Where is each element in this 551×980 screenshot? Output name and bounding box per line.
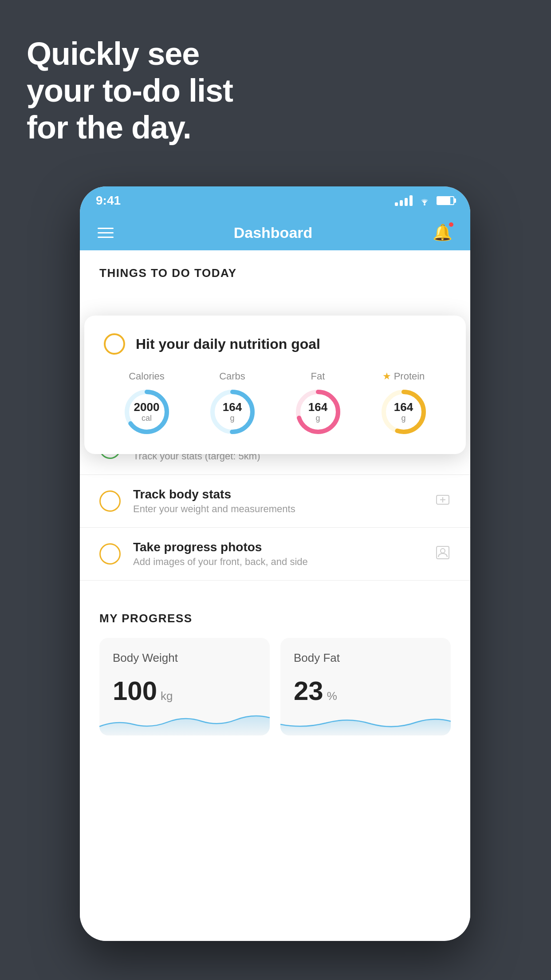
- body-weight-card: Body Weight 100 kg: [99, 638, 270, 735]
- notification-dot: [448, 221, 454, 228]
- calories-unit: cal: [134, 414, 160, 423]
- photos-text: Take progress photos Add images of your …: [133, 540, 422, 568]
- svg-point-13: [441, 549, 445, 553]
- body-stats-text: Track body stats Enter your weight and m…: [133, 487, 422, 515]
- todo-body-stats[interactable]: Track body stats Enter your weight and m…: [80, 475, 470, 528]
- body-weight-unit: kg: [161, 689, 173, 703]
- photos-subtitle: Add images of your front, back, and side: [133, 556, 422, 568]
- carbs-unit: g: [223, 414, 242, 423]
- calories-label: Calories: [129, 371, 165, 382]
- photos-title: Take progress photos: [133, 540, 422, 554]
- nutrition-card: Hit your daily nutrition goal Calories: [84, 316, 466, 454]
- phone-frame: 9:41 Dashboard: [80, 186, 470, 941]
- macro-row: Calories 2000 cal: [104, 371, 446, 436]
- menu-button[interactable]: [98, 228, 114, 238]
- nav-title: Dashboard: [234, 224, 313, 241]
- macro-protein: ★ Protein 164 g: [379, 371, 428, 436]
- body-weight-title: Body Weight: [113, 651, 256, 665]
- wifi-icon: [418, 196, 431, 205]
- svg-point-0: [424, 204, 425, 205]
- body-weight-value: 100: [113, 676, 157, 706]
- progress-section: MY PROGRESS Body Weight 100 kg: [80, 594, 470, 735]
- time-display: 9:41: [96, 194, 121, 208]
- body-fat-card: Body Fat 23 %: [280, 638, 451, 735]
- progress-cards: Body Weight 100 kg: [99, 638, 451, 735]
- calories-value: 2000: [134, 401, 160, 414]
- body-stats-radio[interactable]: [99, 490, 121, 512]
- macro-fat: Fat 164 g: [294, 371, 342, 436]
- nutrition-radio[interactable]: [104, 333, 125, 355]
- status-icons: [395, 195, 454, 206]
- notification-button[interactable]: 🔔: [433, 223, 453, 242]
- carbs-value: 164: [223, 401, 242, 414]
- photos-radio[interactable]: [99, 543, 121, 565]
- body-fat-unit: %: [327, 689, 337, 703]
- scale-icon: [435, 492, 451, 511]
- person-icon: [435, 545, 451, 564]
- body-fat-value: 23: [294, 676, 323, 706]
- weight-wave-chart: [99, 704, 270, 735]
- fat-label: Fat: [311, 371, 325, 382]
- carbs-label: Carbs: [219, 371, 245, 382]
- protein-value: 164: [394, 401, 413, 414]
- content-area: THINGS TO DO TODAY Hit your daily nutrit…: [80, 250, 470, 941]
- status-bar: 9:41: [80, 186, 470, 215]
- fat-unit: g: [308, 414, 327, 423]
- fat-wave-chart: [280, 704, 451, 735]
- hero-text: Quickly see your to-do list for the day.: [27, 36, 233, 146]
- macro-carbs: Carbs 164 g: [208, 371, 257, 436]
- protein-unit: g: [394, 414, 413, 423]
- body-stats-subtitle: Enter your weight and measurements: [133, 503, 422, 515]
- progress-header: MY PROGRESS: [99, 612, 451, 625]
- protein-label: ★ Protein: [382, 371, 425, 382]
- phone-wrapper: 9:41 Dashboard: [80, 186, 471, 909]
- fat-value: 164: [308, 401, 327, 414]
- signal-icon: [395, 195, 413, 206]
- body-fat-title: Body Fat: [294, 651, 437, 665]
- section-header: THINGS TO DO TODAY: [80, 250, 470, 289]
- body-stats-title: Track body stats: [133, 487, 422, 502]
- todo-progress-photos[interactable]: Take progress photos Add images of your …: [80, 528, 470, 581]
- nutrition-title: Hit your daily nutrition goal: [136, 336, 320, 352]
- battery-icon: [437, 196, 454, 205]
- nav-bar: Dashboard 🔔: [80, 215, 470, 250]
- star-icon: ★: [382, 371, 391, 382]
- macro-calories: Calories 2000 cal: [122, 371, 171, 436]
